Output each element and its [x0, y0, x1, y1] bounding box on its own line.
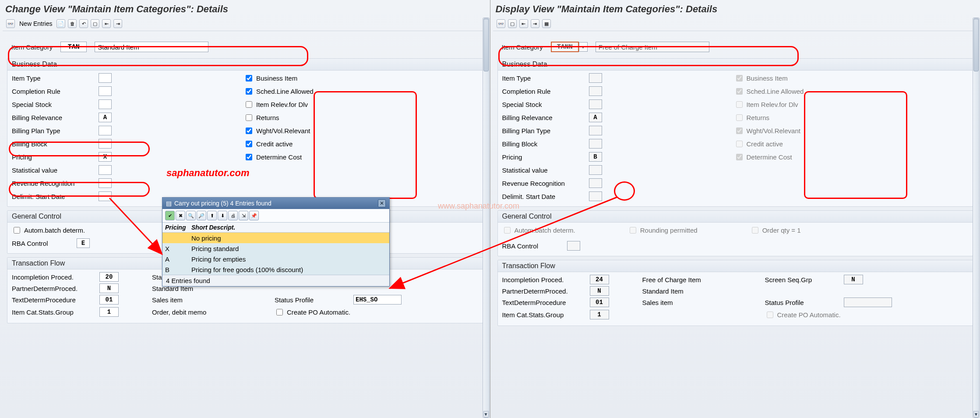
- delimit-start-date-label: Delimit. Start Date: [502, 193, 585, 200]
- blank-icon[interactable]: ▢: [508, 19, 517, 28]
- undo-icon[interactable]: ↶: [79, 19, 88, 28]
- billing-relevance-field[interactable]: [99, 113, 112, 122]
- popup-close-button[interactable]: ✕: [378, 199, 386, 207]
- popup-pin-icon[interactable]: 📌: [249, 211, 259, 220]
- wght-vol-checkbox[interactable]: [246, 128, 252, 134]
- business-item-label: Business Item: [747, 74, 788, 82]
- autom-batch-checkbox[interactable]: [14, 227, 20, 234]
- completion-rule-label: Completion Rule: [12, 88, 95, 95]
- billing-plan-type-field[interactable]: [99, 126, 112, 135]
- item-category-code[interactable]: [60, 42, 87, 52]
- create-po-label: Create PO Automatic.: [287, 308, 350, 316]
- business-data-title: Business Data: [498, 59, 973, 71]
- popup-row[interactable]: No pricing: [162, 233, 389, 243]
- returns-checkbox: [736, 114, 743, 121]
- copy-icon[interactable]: 📄: [56, 19, 65, 28]
- textdet-field[interactable]: [99, 295, 119, 305]
- scrollbar-left[interactable]: ▲ ▼: [483, 18, 490, 418]
- partner-field: [590, 286, 609, 296]
- popup-head-desc: Short Descript.: [191, 224, 235, 231]
- grid-icon[interactable]: ▦: [542, 19, 551, 28]
- item-relev-dlv-checkbox: [736, 101, 743, 108]
- business-item-checkbox[interactable]: [246, 75, 252, 81]
- item-category-code[interactable]: [551, 42, 579, 52]
- rba-control-field: [567, 241, 580, 251]
- popup-sort-asc-icon[interactable]: ⬆: [207, 211, 217, 220]
- determine-cost-label: Determine Cost: [747, 153, 792, 161]
- pricing-field[interactable]: [99, 152, 112, 162]
- revenue-recognition-field[interactable]: [99, 178, 112, 188]
- new-entries-button[interactable]: New Entries: [18, 20, 54, 27]
- incompl-label: Incompletion Proced.: [12, 273, 99, 281]
- create-po-checkbox: [767, 312, 773, 318]
- delimit-start-date-label: Delimit. Start Date: [12, 193, 95, 200]
- stats-field[interactable]: [99, 307, 119, 317]
- scrollbar-thumb[interactable]: [483, 19, 489, 71]
- status-profile-field[interactable]: [353, 295, 402, 305]
- prev-icon[interactable]: ⇤: [519, 19, 528, 28]
- scroll-down-icon[interactable]: ▼: [973, 411, 979, 418]
- status-profile-label: Status Profile: [275, 296, 353, 304]
- popup-find-next-icon[interactable]: 🔎: [197, 211, 206, 220]
- returns-checkbox[interactable]: [246, 114, 252, 121]
- popup-sort-desc-icon[interactable]: ⬇: [218, 211, 227, 220]
- popup-row[interactable]: APricing for empties: [162, 254, 389, 264]
- credit-active-checkbox: [736, 141, 743, 147]
- page-title-left: Change View "Maintain Item Categories": …: [3, 2, 487, 17]
- popup-export-icon[interactable]: ⇲: [239, 211, 248, 220]
- status-profile-label: Status Profile: [765, 299, 844, 306]
- popup-toolbar: ✔ ✖ 🔍 🔎 ⬆ ⬇ 🖨 ⇲ 📌: [162, 209, 389, 223]
- returns-label: Returns: [747, 114, 770, 121]
- scrollbar-thumb[interactable]: [973, 19, 979, 71]
- prev-icon[interactable]: ⇤: [102, 19, 111, 28]
- wght-vol-label: Wght/Vol.Relevant: [747, 127, 800, 135]
- item-type-field: [589, 73, 602, 83]
- rba-control-field[interactable]: [77, 238, 90, 248]
- general-control-title: General Control: [498, 211, 973, 223]
- popup-print-icon[interactable]: 🖨: [228, 211, 238, 220]
- stats-label: Item Cat.Stats.Group: [12, 308, 99, 316]
- glasses-icon[interactable]: 👓: [6, 19, 15, 28]
- billing-plan-type-label: Billing Plan Type: [12, 127, 95, 135]
- screen-seq-label: Screen Seq.Grp: [765, 276, 844, 283]
- create-po-checkbox[interactable]: [276, 309, 283, 315]
- popup-footer: 4 Entries found: [162, 275, 389, 286]
- scrollbar-right[interactable]: ▲ ▼: [973, 18, 980, 418]
- popup-row[interactable]: BPricing for free goods (100% discount): [162, 264, 389, 275]
- completion-rule-label: Completion Rule: [502, 88, 585, 95]
- f4-button[interactable]: ▾: [579, 42, 588, 52]
- billing-block-field[interactable]: [99, 139, 112, 149]
- textdet-text: Sales item: [152, 296, 257, 304]
- business-item-label: Business Item: [256, 74, 297, 82]
- billing-plan-type-field: [589, 126, 602, 135]
- credit-active-label: Credit active: [747, 140, 783, 148]
- popup-accept-icon[interactable]: ✔: [165, 211, 175, 220]
- popup-cancel-icon[interactable]: ✖: [176, 211, 185, 220]
- transaction-flow-section-right: Transaction Flow Incompletion Proced. Fr…: [497, 260, 973, 326]
- scroll-down-icon[interactable]: ▼: [483, 411, 489, 418]
- popup-rows: No pricing XPricing standard APricing fo…: [162, 233, 389, 275]
- item-category-desc[interactable]: [95, 42, 208, 52]
- item-relev-dlv-checkbox[interactable]: [246, 101, 252, 108]
- completion-rule-field[interactable]: [99, 86, 112, 96]
- next-icon[interactable]: ⇥: [113, 19, 122, 28]
- textdet-field: [590, 298, 609, 307]
- partner-field[interactable]: [99, 283, 119, 293]
- credit-active-checkbox[interactable]: [246, 141, 252, 147]
- determine-cost-checkbox[interactable]: [246, 154, 252, 160]
- item-type-field[interactable]: [99, 73, 112, 83]
- statistical-value-field[interactable]: [99, 165, 112, 175]
- blank-icon[interactable]: ▢: [91, 19, 99, 28]
- next-icon[interactable]: ⇥: [531, 19, 539, 28]
- billing-block-label: Billing Block: [12, 140, 95, 148]
- credit-active-label: Credit active: [256, 140, 293, 148]
- sched-line-checkbox[interactable]: [246, 88, 252, 95]
- popup-find-icon[interactable]: 🔍: [186, 211, 196, 220]
- incompl-field[interactable]: [99, 272, 119, 282]
- glasses-icon[interactable]: 👓: [497, 19, 505, 28]
- popup-row[interactable]: XPricing standard: [162, 243, 389, 254]
- textdet-text: Sales item: [642, 299, 747, 306]
- delimit-start-date-field[interactable]: [99, 191, 112, 201]
- special-stock-field[interactable]: [99, 99, 112, 109]
- delete-icon[interactable]: 🗑: [68, 19, 77, 28]
